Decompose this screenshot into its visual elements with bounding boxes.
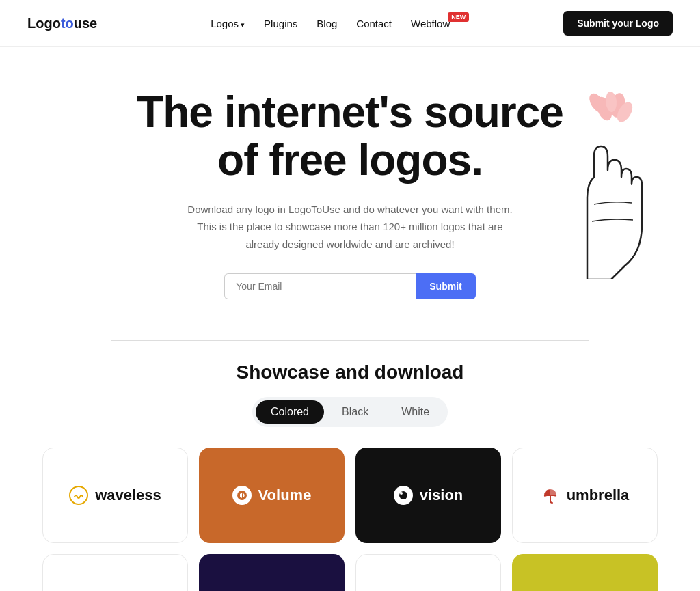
email-submit-button[interactable]: Submit	[416, 273, 475, 299]
submit-logo-button[interactable]: Submit your Logo	[563, 11, 673, 36]
logo-card-waveless[interactable]: waveless	[42, 448, 188, 543]
nav-link-webflow[interactable]: Webflow NEW	[411, 18, 450, 29]
tab-black[interactable]: Black	[327, 400, 383, 424]
volume-label: Volume	[258, 486, 312, 504]
umbrella-icon	[541, 486, 560, 505]
hero-headline-line2: of free logos.	[217, 135, 483, 184]
waveless-icon	[69, 486, 88, 505]
waveless-label: waveless	[95, 486, 161, 504]
showcase-title: Showcase and download	[27, 361, 673, 383]
nav-links: Logos Plugins Blog Contact Webflow NEW	[211, 18, 450, 29]
logo-card-vertigo[interactable]: Vertigo	[42, 554, 188, 591]
logo-card-volume[interactable]: Volume	[199, 448, 345, 543]
showcase-section: Showcase and download Colored Black Whit…	[0, 361, 700, 591]
nav-link-blog[interactable]: Blog	[317, 18, 337, 29]
logo-text-use: use	[74, 16, 97, 31]
nav-link-logos[interactable]: Logos	[211, 18, 245, 29]
navbar: Logotouse Logos Plugins Blog Contact Web…	[0, 0, 700, 47]
logo-card-umbrella[interactable]: umbrella	[512, 448, 658, 543]
color-tabs: Colored Black White	[252, 397, 448, 427]
logo-grid: waveless Volume vision	[42, 448, 658, 591]
hand-illustration	[543, 88, 679, 279]
umbrella-label: umbrella	[567, 486, 630, 504]
new-badge: NEW	[448, 12, 469, 22]
vision-icon	[394, 486, 413, 505]
tab-white[interactable]: White	[386, 400, 444, 424]
svg-point-8	[400, 492, 403, 495]
logo-card-uturn[interactable]: U-Turn	[199, 554, 345, 591]
site-logo[interactable]: Logotouse	[27, 16, 97, 31]
volume-icon	[232, 486, 252, 505]
logo-card-trace[interactable]: Trace	[512, 554, 658, 591]
logo-text-to: to	[61, 16, 74, 31]
hero-headline-line1: The internet's source	[137, 87, 563, 137]
email-input[interactable]	[224, 273, 416, 299]
vision-label: vision	[420, 486, 463, 504]
logo-card-vision[interactable]: vision	[355, 448, 501, 543]
logo-text-logo: Logo	[27, 16, 61, 31]
tab-colored[interactable]: Colored	[256, 400, 324, 424]
nav-link-contact[interactable]: Contact	[356, 18, 392, 29]
nav-link-plugins[interactable]: Plugins	[264, 18, 297, 29]
hero-description: Download any logo in LogoToUse and do wh…	[179, 201, 521, 253]
section-divider	[111, 340, 589, 341]
logo-card-terra[interactable]: Terra	[355, 554, 501, 591]
